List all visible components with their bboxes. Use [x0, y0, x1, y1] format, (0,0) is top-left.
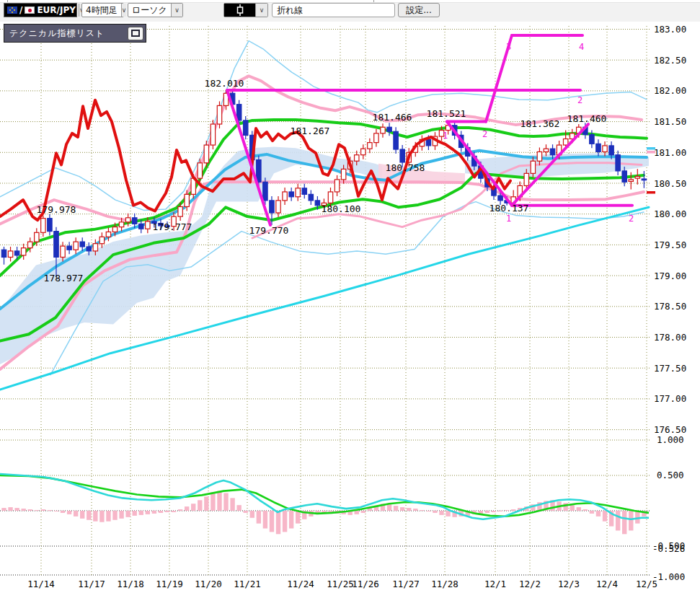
x-axis-label: 11/14 — [27, 579, 55, 589]
macd-histogram-bar — [603, 511, 607, 522]
macd-histogram-bar — [93, 511, 97, 522]
macd-histogram-bar — [244, 511, 248, 513]
chart-type-selector[interactable]: ローソク ∨ — [128, 3, 183, 17]
up-candle — [629, 180, 633, 182]
y-axis-label: 178.50 — [654, 301, 686, 312]
up-candle — [368, 143, 372, 149]
timeframe-selector[interactable]: 4時間足 ∨ — [81, 3, 124, 17]
x-axis-label: 11/26 — [352, 579, 379, 589]
up-candle — [28, 242, 32, 248]
macd-histogram-bar — [48, 510, 52, 511]
down-candle — [14, 251, 19, 255]
indicator-edge-marker — [647, 151, 655, 154]
down-candle — [394, 131, 398, 149]
macd-histogram-bar — [387, 504, 391, 511]
macd-histogram-bar — [394, 506, 398, 511]
macd-histogram-bar — [106, 511, 110, 522]
down-candle — [309, 194, 313, 201]
wave-number-label: 3 — [506, 42, 511, 52]
up-candle — [119, 222, 123, 227]
wave-number-label: 2 — [629, 214, 634, 224]
down-candle — [498, 196, 502, 201]
macd-histogram-bar — [67, 511, 71, 514]
macd-histogram-bar — [74, 511, 78, 517]
macd-histogram-bar — [61, 511, 65, 513]
jp-flag-icon — [25, 6, 35, 14]
macd-histogram-bar — [622, 511, 626, 534]
up-candle — [204, 145, 208, 163]
down-candle — [87, 247, 91, 251]
tab-divider — [7, 0, 8, 2]
macd-histogram-bar — [355, 511, 359, 514]
wave-number-label: 1 — [506, 214, 511, 224]
down-candle — [590, 135, 594, 144]
x-axis-label: 11/21 — [234, 579, 261, 589]
settings-button[interactable]: 設定... — [398, 3, 440, 17]
x-axis-label: 12/1 — [484, 579, 506, 589]
sub-axis-label: 0.500 — [657, 470, 684, 480]
macd-histogram-bar — [596, 511, 601, 517]
up-candle — [355, 155, 359, 162]
macd-histogram-bar — [1, 508, 6, 511]
macd-histogram-bar — [80, 511, 84, 519]
restore-window-button[interactable] — [128, 27, 143, 40]
line-type-input[interactable] — [272, 3, 395, 17]
up-candle — [217, 105, 221, 124]
y-axis-label: 180.50 — [654, 178, 686, 189]
line-type-field-wrap — [272, 3, 395, 17]
candlestick-icon — [236, 4, 244, 16]
up-candle — [99, 237, 104, 243]
wave-number-label: 2 — [577, 95, 582, 105]
down-candle — [387, 127, 391, 131]
macd-histogram-bar — [629, 511, 633, 530]
wave-number-label: 1 — [443, 131, 448, 141]
down-candle — [550, 149, 554, 155]
candle-color-selector[interactable]: ∨ — [223, 3, 268, 17]
x-axis-label: 11/19 — [156, 579, 183, 589]
chevron-down-icon: ∨ — [171, 4, 182, 17]
price-annotation: 180.137 — [489, 203, 529, 214]
price-annotation: 181.362 — [520, 118, 560, 129]
up-candle — [328, 192, 332, 203]
price-annotation: 178.977 — [44, 273, 84, 284]
technical-indicator-list-panel[interactable]: テクニカル指標リスト — [4, 24, 146, 43]
up-candle — [8, 251, 12, 258]
down-candle — [616, 155, 620, 171]
up-candle — [361, 149, 365, 155]
up-candle — [603, 146, 607, 152]
up-candle — [531, 161, 535, 173]
x-axis-label: 11/20 — [195, 579, 222, 589]
down-candle — [315, 201, 319, 206]
macd-histogram-bar — [485, 511, 489, 513]
x-axis-label: 11/17 — [78, 579, 105, 589]
sub-axis-label: 1.000 — [657, 434, 684, 445]
macd-histogram-bar — [211, 493, 215, 511]
up-candle — [93, 244, 97, 251]
down-candle — [400, 149, 404, 162]
price-annotation: 181.267 — [291, 126, 330, 136]
trading-app-window: { "toolbar": { "pair": {"label": "EUR/JP… — [0, 0, 700, 593]
y-axis-label: 179.50 — [654, 240, 686, 250]
price-annotation: 181.521 — [427, 108, 466, 119]
macd-histogram-bar — [8, 507, 12, 511]
x-axis-label: 11/25 — [327, 579, 354, 589]
macd-histogram-bar — [41, 509, 45, 511]
y-axis-label: 178.00 — [654, 332, 686, 343]
down-candle — [133, 218, 137, 224]
macd-histogram-bar — [87, 511, 91, 520]
wave-number-label: 4 — [579, 42, 584, 52]
chart-canvas[interactable]: 2432121182.010181.466181.267181.521181.3… — [0, 0, 700, 593]
macd-histogram-bar — [250, 511, 254, 518]
down-candle — [289, 192, 293, 197]
pair-label: EUR/JPY — [37, 5, 76, 15]
macd-histogram-bar — [165, 511, 169, 512]
macd-histogram-bar — [420, 510, 424, 511]
price-annotation: 181.466 — [373, 112, 412, 123]
y-axis-label: 180.00 — [654, 208, 686, 219]
down-candle — [642, 179, 646, 180]
price-annotation: 179.978 — [37, 204, 76, 215]
up-candle — [146, 221, 150, 229]
y-axis-label: 183.00 — [654, 24, 686, 35]
macd-histogram-bar — [616, 511, 620, 530]
pair-selector[interactable]: / EUR/JPY ∨ — [4, 3, 77, 17]
